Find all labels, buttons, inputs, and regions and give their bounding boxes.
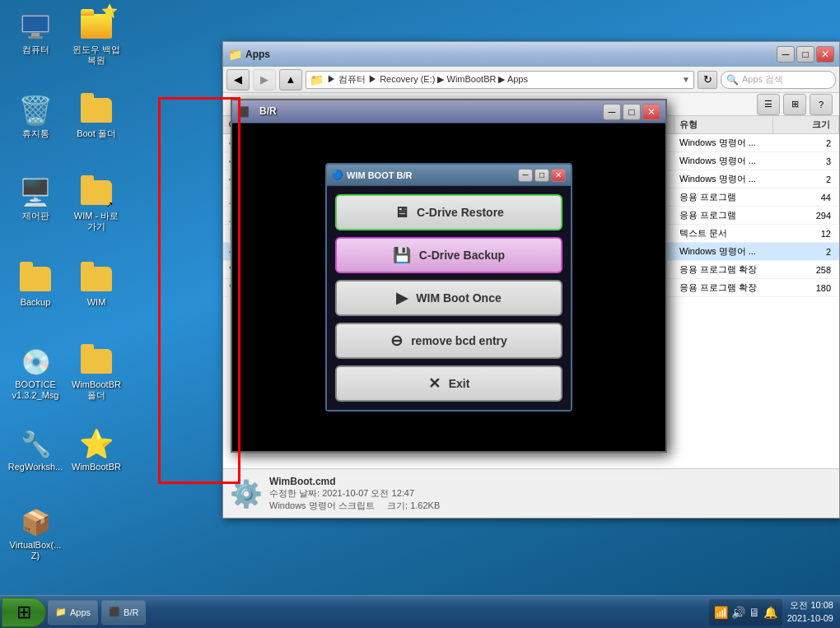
taskbar-br-icon: ⬛ [109,607,120,617]
tray-clock-icon: 🔔 [763,606,777,619]
desktop-icon-winbackup[interactable]: ⭐ 윈도우 백업복원 [68,7,125,69]
start-button[interactable]: ⊞ [2,598,46,627]
desktop-icon-backup[interactable]: Backup [7,259,64,311]
svg-rect-1 [23,16,48,31]
address-bar-folder-icon: 📁 [310,73,324,86]
desktop-icon-bootice[interactable]: 💿 BOOTICEv1.3.2_Msg [7,342,64,404]
taskbar-right: 📶 🔊 🖥 🔔 오전 10:08 2021-10-09 [709,599,840,626]
exit-button[interactable]: ✕ Exit [335,365,562,402]
wim-inner-window: 🔵 WIM BOOT B/R ─ □ ✕ 🖥 C-Drive Restore 💾 [325,163,572,412]
wim-outer-titlebar: ⬛ B/R ─ □ ✕ [232,100,665,123]
desktop-icon-label-regworkshop: RegWorksh... [8,462,63,472]
address-bar[interactable]: 📁 ▶ 컴퓨터 ▶ Recovery (E:) ▶ WimBootBR ▶ Ap… [306,71,694,89]
desktop: 컴퓨터 ⭐ 윈도우 백업복원 🗑️ 휴지통 Boot 폴더 🖥️ 제어판 [0,0,840,628]
desktop-icon-regworkshop[interactable]: 🔧 RegWorksh... [7,424,64,476]
clock-date: 2021-10-09 [787,612,833,625]
explorer-maximize-button[interactable]: □ [796,46,814,63]
desktop-icon-label-wim-shortcut: WIM - 바로가기 [74,211,119,232]
taskbar-apps-icon: 📁 [55,607,67,617]
explorer-window-title: Apps [245,49,777,60]
header-size[interactable]: 크기 [773,116,839,133]
wim-outer-window: ⬛ B/R ─ □ ✕ 🔵 WIM BOOT B/R ─ □ ✕ [231,99,667,453]
refresh-button[interactable]: ↻ [698,71,717,89]
restore-label: C-Drive Restore [417,206,504,219]
wim-inner-titlebar: 🔵 WIM BOOT B/R ─ □ ✕ [327,165,571,186]
forward-button[interactable]: ▶ [253,69,276,91]
desktop-icon-trash[interactable]: 🗑️ 휴지통 [7,91,64,142]
monitor-icon [19,10,52,43]
wim-outer-maximize[interactable]: □ [623,104,641,120]
file-type: 응용 프로그램 [674,207,773,223]
tray-volume-icon: 🔊 [731,606,745,619]
file-size: 12 [773,227,839,240]
explorer-statusbar: ⚙️ WimBoot.cmd 수정한 날짜: 2021-10-07 오전 12:… [223,468,839,518]
wim-inner-close[interactable]: ✕ [551,169,566,182]
desktop-icon-virtualbox[interactable]: 📦 VirtualBox(...Z) [7,502,64,565]
wim-outer-minimize[interactable]: ─ [603,104,621,120]
c-drive-restore-button[interactable]: 🖥 C-Drive Restore [335,194,562,230]
boot-folder-icon [80,94,113,127]
taskbar-button-apps[interactable]: 📁 Apps [48,600,98,625]
remove-label: remove bcd entry [411,334,507,347]
wim-shortcut-icon: ↗ [80,176,113,209]
desktop-icon-label-trash: 휴지통 [22,128,49,139]
explorer-window-controls: ─ □ ✕ [777,46,834,63]
address-bar-path: ▶ 컴퓨터 ▶ Recovery (E:) ▶ WimBootBR ▶ Apps [327,73,528,86]
regworkshop-icon: 🔧 [19,427,52,460]
wim-inner-minimize[interactable]: ─ [518,169,533,182]
desktop-icon-computer[interactable]: 컴퓨터 [7,7,64,58]
taskbar: ⊞ 📁 Apps ⬛ B/R 📶 🔊 🖥 🔔 오전 10:08 2021-10-… [0,595,840,628]
desktop-icon-wim-shortcut[interactable]: ↗ WIM - 바로가기 [68,173,125,235]
back-button[interactable]: ◀ [226,69,250,91]
backup-icon: 💾 [393,246,411,264]
remove-bcd-button[interactable]: ⊖ remove bcd entry [335,323,562,359]
file-type: Windows 명령어 ... [674,135,773,151]
file-type: Windows 명령어 ... [674,244,773,259]
up-button[interactable]: ▲ [279,69,302,91]
help-button[interactable]: ? [810,94,833,115]
search-box[interactable]: 🔍 Apps 검색 [721,71,836,89]
file-size: 44 [773,191,839,204]
taskbar-button-br[interactable]: ⬛ B/R [101,600,146,625]
desktop-icon-wimbootbr[interactable]: ⭐ WimBootBR [68,424,125,476]
backup-label: C-Drive Backup [419,249,505,262]
view-button[interactable]: ☰ [757,94,780,115]
file-type: 응용 프로그램 확장 [674,262,773,277]
desktop-icon-wim[interactable]: WIM [68,259,125,311]
clock-time: 오전 10:08 [787,599,833,612]
c-drive-backup-button[interactable]: 💾 C-Drive Backup [335,237,562,273]
file-type: Windows 명령어 ... [674,153,773,169]
exit-label: Exit [449,377,470,390]
file-size: 2 [773,137,839,150]
once-icon: ▶ [396,289,408,307]
virtualbox-icon: 📦 [19,505,52,538]
file-size: 3 [773,155,839,168]
cpanel-icon: 🖥️ [19,176,52,209]
wim-folder-icon [80,263,113,295]
wimbootbr-folder-icon [80,345,113,378]
status-info: WimBoot.cmd 수정한 날짜: 2021-10-07 오전 12:47 … [269,476,440,512]
wim-outer-close[interactable]: ✕ [642,104,660,120]
address-bar-dropdown[interactable]: ▼ [682,75,690,84]
desktop-icon-label-cpanel: 제어판 [22,211,49,221]
taskbar-br-label: B/R [124,607,138,617]
file-type: 텍스트 문서 [674,226,773,241]
file-size: 180 [773,281,839,295]
taskbar-apps-label: Apps [70,607,91,617]
wim-inner-controls: ─ □ ✕ [518,169,566,182]
file-size: 2 [773,173,839,186]
search-placeholder: Apps 검색 [742,73,783,86]
desktop-icon-wimbootbr-folder[interactable]: WimBootBR폴더 [68,342,125,404]
explorer-close-button[interactable]: ✕ [816,46,834,63]
backup-folder-icon [19,263,52,295]
once-label: WIM Boot Once [416,291,501,305]
wim-boot-once-button[interactable]: ▶ WIM Boot Once [335,280,562,316]
header-type[interactable]: 유형 [674,116,773,133]
desktop-icon-bootfolder[interactable]: Boot 폴더 [68,91,125,142]
search-icon: 🔍 [726,74,739,86]
bootice-icon: 💿 [19,345,52,378]
wim-inner-maximize[interactable]: □ [534,169,549,182]
desktop-icon-cpanel[interactable]: 🖥️ 제어판 [7,173,64,225]
view-pane-button[interactable]: ⊞ [783,94,806,115]
explorer-minimize-button[interactable]: ─ [777,46,795,63]
